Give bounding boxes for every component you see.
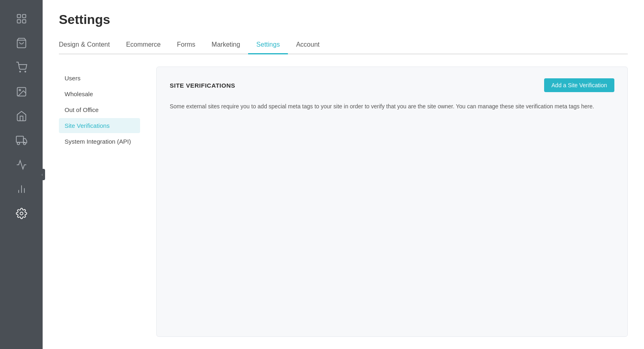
panel-description: Some external sites require you to add s… [170, 102, 614, 111]
page-title: Settings [59, 12, 628, 27]
nav-item-system-integration[interactable]: System Integration (API) [59, 134, 140, 149]
svg-point-10 [17, 142, 19, 145]
tab-design[interactable]: Design & Content [59, 37, 118, 54]
orders-icon[interactable] [11, 130, 32, 151]
tabs-bar: Design & Content Ecommerce Forms Marketi… [59, 37, 628, 54]
svg-rect-0 [17, 15, 20, 18]
svg-point-6 [25, 71, 26, 72]
svg-rect-9 [16, 136, 23, 142]
nav-item-out-of-office[interactable]: Out of Office [59, 102, 140, 117]
cart-icon[interactable] [11, 57, 32, 78]
tab-ecommerce[interactable]: Ecommerce [118, 37, 169, 54]
svg-point-8 [19, 89, 21, 91]
analytics-icon[interactable] [11, 179, 32, 200]
panel-title: SITE VERIFICATIONS [170, 82, 235, 89]
svg-rect-2 [17, 19, 20, 23]
tab-marketing[interactable]: Marketing [203, 37, 248, 54]
header: Settings Design & Content Ecommerce Form… [43, 0, 644, 54]
media-icon[interactable] [11, 81, 32, 102]
sidebar-collapse-button[interactable]: ‹ [39, 169, 45, 180]
main-content: Settings Design & Content Ecommerce Form… [43, 0, 644, 349]
store-icon[interactable] [11, 106, 32, 127]
marketing-nav-icon[interactable] [11, 154, 32, 175]
left-nav: Users Wholesale Out of Office Site Verif… [59, 67, 140, 337]
dashboard-icon[interactable] [11, 8, 32, 29]
svg-point-15 [20, 212, 23, 215]
tab-forms[interactable]: Forms [169, 37, 203, 54]
panel-header: SITE VERIFICATIONS Add a Site Verificati… [170, 78, 614, 92]
tab-settings[interactable]: Settings [248, 37, 288, 54]
add-site-verification-button[interactable]: Add a Site Verification [544, 78, 614, 92]
svg-point-5 [19, 71, 20, 72]
svg-point-11 [23, 142, 26, 145]
nav-item-users[interactable]: Users [59, 71, 140, 86]
sidebar: ‹ [0, 0, 43, 349]
settings-icon[interactable] [11, 203, 32, 224]
svg-rect-3 [22, 19, 26, 23]
nav-item-site-verifications[interactable]: Site Verifications [59, 118, 140, 133]
content-area: Users Wholesale Out of Office Site Verif… [43, 54, 644, 349]
svg-rect-1 [22, 15, 26, 18]
nav-item-wholesale[interactable]: Wholesale [59, 86, 140, 101]
tab-account[interactable]: Account [288, 37, 328, 54]
site-verifications-panel: SITE VERIFICATIONS Add a Site Verificati… [156, 67, 628, 337]
bag-icon[interactable] [11, 32, 32, 54]
